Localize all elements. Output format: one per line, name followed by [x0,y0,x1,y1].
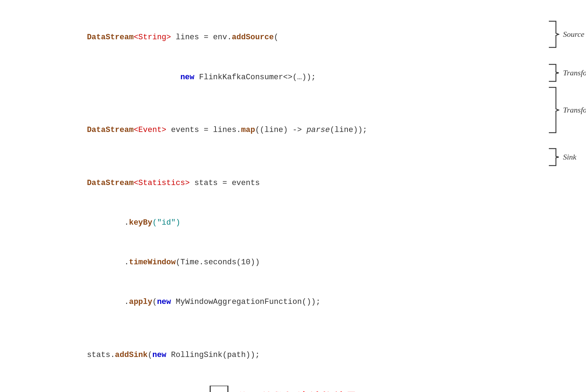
code-datastream1: DataStream [87,33,134,42]
code-type3: <Statistics> [134,179,190,188]
transform2-annotation: Transformation [547,87,586,133]
code-method5: apply [129,298,152,306]
code-kw-new1: new [180,73,195,82]
svg-marker-0 [205,386,233,392]
code-method2: map [241,126,255,134]
sink-annotation: Sink [547,148,576,166]
code-block: DataStream<String> lines = env.addSource… [50,18,565,375]
sink-label: Sink [563,152,576,162]
code-section: DataStream<String> lines = env.addSource… [50,18,565,375]
transform1-annotation: Transformation [547,64,586,82]
code-type1: <String> [134,33,171,42]
source-brace-icon [547,21,559,48]
code-method4: timeWindow [129,258,176,267]
transform2-label: Transformation [563,105,586,115]
code-method6: addSink [115,351,148,359]
code-method1: addSource [232,33,274,42]
code-method3: keyBy [129,218,152,227]
annotations-area: Source Transformation Transformation [547,18,586,375]
code-string1: ("id") [152,218,180,227]
sink-brace-icon [547,148,559,166]
source-label: Source [563,30,584,39]
code-plain2 [87,73,180,82]
code-type2: <Event> [134,126,166,134]
transform2-brace-icon [547,87,559,133]
down-arrow-icon [205,386,233,392]
code-kw-new3: new [152,351,166,359]
transform1-label: Transformation [563,68,586,77]
transition-row: 代码的数据流结构就是下图 [21,386,565,392]
page-container: DataStream<String> lines = env.addSource… [0,0,586,392]
source-annotation: Source [547,21,584,48]
arrow-label: 代码的数据流结构就是下图 [237,390,381,392]
code-datastream2: DataStream [87,126,134,134]
transform1-brace-icon [547,64,559,82]
code-italic1: parse [306,126,330,134]
code-datastream3: DataStream [87,179,134,188]
code-kw-new2: new [157,298,171,306]
code-plain1: lines = env. [171,33,232,42]
